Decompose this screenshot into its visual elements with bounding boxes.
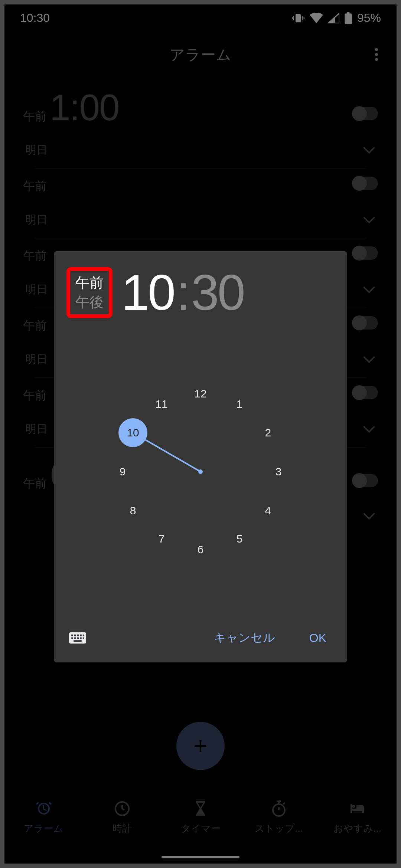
clock-hour-11[interactable]: 11 [150, 393, 173, 415]
pm-option[interactable]: 午後 [75, 293, 104, 311]
svg-rect-14 [74, 635, 76, 636]
svg-rect-21 [80, 637, 82, 639]
svg-rect-17 [83, 635, 84, 636]
clock-hour-9[interactable]: 9 [111, 461, 134, 483]
svg-rect-15 [77, 635, 79, 636]
clock-hour-2[interactable]: 2 [257, 422, 279, 444]
clock-hour-1[interactable]: 1 [228, 393, 251, 415]
clock-hour-6[interactable]: 6 [189, 538, 212, 561]
clock-center [198, 469, 203, 474]
time-picker-dialog: 午前 午後 10 : 30 121234567891011 [54, 251, 347, 662]
clock-hour-selected[interactable]: 10 [118, 418, 147, 447]
clock-hour-4[interactable]: 4 [257, 499, 279, 522]
svg-rect-23 [74, 640, 81, 642]
clock-hour-12[interactable]: 12 [189, 383, 212, 405]
svg-rect-13 [71, 635, 73, 636]
am-option[interactable]: 午前 [75, 274, 104, 292]
keyboard-input-button[interactable] [68, 630, 87, 645]
keyboard-icon [69, 632, 86, 644]
svg-rect-22 [83, 637, 84, 639]
time-colon: : [176, 264, 189, 321]
clock-face[interactable]: 121234567891011 [110, 381, 291, 563]
clock-hour-7[interactable]: 7 [150, 528, 173, 550]
clock-hour-8[interactable]: 8 [122, 499, 144, 522]
svg-rect-19 [74, 637, 76, 639]
hour-display[interactable]: 10 [121, 264, 174, 321]
clock-hour-5[interactable]: 5 [228, 528, 251, 550]
cancel-button[interactable]: キャンセル [204, 625, 285, 651]
time-display: 10 : 30 [121, 264, 244, 321]
ok-button[interactable]: OK [300, 626, 336, 650]
svg-rect-18 [71, 637, 73, 639]
svg-rect-20 [77, 637, 79, 639]
ampm-toggle-highlight: 午前 午後 [66, 267, 113, 318]
svg-rect-16 [80, 635, 82, 636]
minute-display[interactable]: 30 [191, 264, 244, 321]
clock-hour-3[interactable]: 3 [267, 461, 290, 483]
